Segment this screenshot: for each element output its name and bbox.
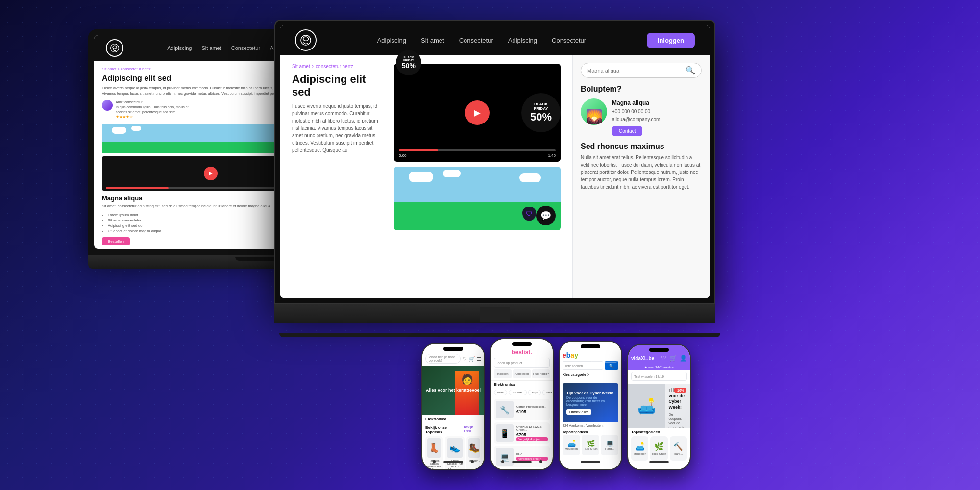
phone-3-cat-2-label: Huis & tuin xyxy=(583,447,597,450)
phone-1-search-text: Waar ben je naar op zoek? xyxy=(429,355,457,362)
phone-3: ebay letz zoeken 🔍 Kies categorie > Tijd… xyxy=(559,341,622,470)
monitor-stand-base xyxy=(279,333,720,337)
phone-2-filter-3[interactable]: Prijs xyxy=(528,390,541,395)
monitor-login-button[interactable]: Inloggen xyxy=(647,33,695,48)
monitor-agent-name: Magna aliqua xyxy=(612,98,660,108)
phone-4-section-title: Topcategorieën xyxy=(631,430,687,434)
phone-2-product-1[interactable]: 🔧 Cornet Professioneel... €195 xyxy=(494,399,550,420)
laptop-cta-button[interactable]: Bestellen xyxy=(102,237,130,245)
monitor-stand-neck xyxy=(480,307,510,322)
phone-4-screen: vidaXL.be ♡ 🛒 👤 ✦ een 24/7 service Test … xyxy=(628,345,690,469)
phone-1-menu-icon: ☰ xyxy=(477,356,481,362)
phone-2-product-2[interactable]: 📱 OnePlus 12 512GB Green... €795 Vergeli… xyxy=(494,422,550,444)
monitor-nav-item-5[interactable]: Consectetur xyxy=(552,37,586,44)
phone-2-logo: beslist. xyxy=(494,349,550,356)
monitor-screen-outer: Adipiscing Sit amet Consectetur Adipisci… xyxy=(274,20,715,304)
phone-1-category: Elektronica xyxy=(422,415,484,423)
phone-4-nav-bar xyxy=(628,457,690,466)
phone-3-nav-line xyxy=(581,461,600,463)
phone-1-product-1-img: 👢 xyxy=(427,438,441,458)
phone-2-product-2-price: €795 xyxy=(516,432,548,437)
phone-2-filter-2[interactable]: Sorteren xyxy=(509,390,527,395)
laptop-play-button[interactable]: ▶ xyxy=(204,167,218,180)
phone-4-cat-2-icon: 🌿 xyxy=(654,442,664,451)
phone-2-screen: beslist. Zoek op product... Inloggen Aan… xyxy=(491,339,553,469)
phone-3-cat-2[interactable]: 🌿 Huis & tuin xyxy=(582,435,599,455)
laptop-review-avatar xyxy=(102,100,113,111)
phone-4-service-banner: ✦ een 24/7 service xyxy=(628,365,690,370)
phone-2-nav-3[interactable]: Hulp nodig? xyxy=(532,369,550,378)
phone-1-nav-dot-2 xyxy=(471,460,474,463)
phone-1-search[interactable]: Waar ben je naar op zoek? xyxy=(425,354,461,364)
phone-3-cat-2-icon: 🌿 xyxy=(587,440,595,447)
monitor-agent-info: Magna aliqua +00 000 00 00 00 aliqua@com… xyxy=(612,98,660,136)
monitor-nav-item-3[interactable]: Consectetur xyxy=(459,37,493,44)
monitor-contact-button[interactable]: Contact xyxy=(612,126,642,136)
monitor-video[interactable]: ▶ 0:001:45 BLACK FRIDAY xyxy=(394,64,561,162)
phone-3-notch xyxy=(581,344,600,348)
monitor-video-bar: 0:001:45 xyxy=(399,149,556,158)
monitor-video-progress xyxy=(399,149,556,151)
phone-4-cat-1-icon: 🛋️ xyxy=(635,442,645,451)
monitor-nav-item-4[interactable]: Adipiscing xyxy=(508,37,537,44)
phone-3-top-cats-label: Topcategorieën xyxy=(563,429,618,435)
monitor-search-box[interactable]: 🔍 xyxy=(581,63,702,78)
phone-4-cart-icon: 🛒 xyxy=(669,355,677,362)
monitor-screen: Adipiscing Sit amet Consectetur Adipisci… xyxy=(280,25,710,298)
phone-1-screen: Waar ben je naar op zoek? ♡ 🛒 ☰ Alles vo… xyxy=(422,344,484,469)
monitor-search-input[interactable] xyxy=(587,68,686,74)
phone-1-topdeals-link[interactable]: Bekijk meer xyxy=(464,425,481,434)
monitor-sed-text: Nulla sit amet erat tellus. Pellentesque… xyxy=(581,154,702,191)
monitor-agent-phone: +00 000 00 00 00 xyxy=(612,108,660,116)
phone-1: Waar ben je naar op zoek? ♡ 🛒 ☰ Alles vo… xyxy=(421,343,485,470)
phone-2: beslist. Zoek op product... Inloggen Aan… xyxy=(490,338,554,470)
phone-2-search[interactable]: Zoek op product... xyxy=(494,358,550,368)
monitor-stand xyxy=(274,304,715,323)
phone-3-cat-1[interactable]: 🛋️ Meubelen xyxy=(563,435,580,455)
phone-2-nav-1[interactable]: Inloggen xyxy=(494,369,512,378)
monitor-chat-bubble[interactable]: 💬 xyxy=(536,206,556,225)
phone-3-hero-sub: De coupons voor de droomauto; kom meer e… xyxy=(566,396,614,406)
phone-3-reviews: 224 Aankomst. Voorleuten. xyxy=(563,424,618,427)
laptop-video-progress-fill xyxy=(106,187,169,189)
phone-2-notch xyxy=(512,342,532,346)
phone-4-logo: vidaXL.be xyxy=(631,356,654,361)
phone-3-cat-3-icon: 💻 xyxy=(606,440,614,447)
phone-4-cat-2-label: Huis & tuin xyxy=(652,452,666,455)
phone-2-nav-dot-1 xyxy=(501,460,504,463)
phone-3-screen: ebay letz zoeken 🔍 Kies categorie > Tijd… xyxy=(560,342,621,469)
phone-3-cat-3[interactable]: 💻 Hard... xyxy=(601,435,618,455)
phone-4-header-icons: ♡ 🛒 👤 xyxy=(661,355,687,362)
phone-1-topdeals-label: Bekijk onze Topdeals xyxy=(425,425,464,434)
monitor-video-time: 0:001:45 xyxy=(399,153,556,158)
phone-2-nav-line xyxy=(512,461,532,463)
monitor-play-button[interactable]: ▶ xyxy=(465,100,490,125)
phone-1-product-3-img: 🥾 xyxy=(468,438,480,458)
monitor-bf-label2: FRIDAY xyxy=(534,106,548,111)
phone-1-hero: Alles voor het kerstgevoel 🧑 xyxy=(422,366,484,415)
monitor-nav: Adipiscing Sit amet Consectetur Adipisci… xyxy=(377,37,586,44)
phone-4-hero: 🛋️ Tijd voor de Cyber Week! De coupons v… xyxy=(628,384,690,428)
phone-2-filter-1[interactable]: Filter xyxy=(494,390,507,395)
laptop-logo xyxy=(106,39,123,57)
monitor-sed-title: Sed rhoncus maximus xyxy=(581,142,702,151)
monitor-nav-item-2[interactable]: Sit amet xyxy=(421,37,444,44)
phone-3-hero-content: Tijd voor de Cyber Week! De coupons voor… xyxy=(566,391,614,415)
laptop-nav-item-2[interactable]: Sit amet xyxy=(201,45,221,51)
monitor-nav-item-1[interactable]: Adipiscing xyxy=(377,37,406,44)
phone-2-nav-2[interactable]: Aanbieden xyxy=(513,369,531,378)
phone-3-discover-button[interactable]: Ontdek alles xyxy=(566,409,591,415)
phone-4-search[interactable]: Test wisselen 13/19 xyxy=(631,372,687,381)
phone-4-cat-3-label: Hard... xyxy=(674,452,683,455)
phone-2-product-1-info: Cornet Professioneel... €195 xyxy=(516,405,548,414)
monitor-bf-label1: BLACK xyxy=(534,102,548,106)
phone-2-product-1-img: 🔧 xyxy=(496,401,514,418)
laptop-nav-item-3[interactable]: Consectetur xyxy=(231,45,260,51)
phone-1-notch xyxy=(443,347,463,351)
phone-1-nav-dot-1 xyxy=(433,460,436,463)
phone-3-search-text: letz zoeken xyxy=(565,364,583,368)
phone-2-filter-4[interactable]: Merk xyxy=(542,390,553,395)
laptop-nav-item-1[interactable]: Adipiscing xyxy=(167,45,192,51)
phone-2-product-2-badge: Vergelijk 4 prijzen xyxy=(516,437,548,441)
phone-3-cat-1-icon: 🛋️ xyxy=(567,440,576,447)
